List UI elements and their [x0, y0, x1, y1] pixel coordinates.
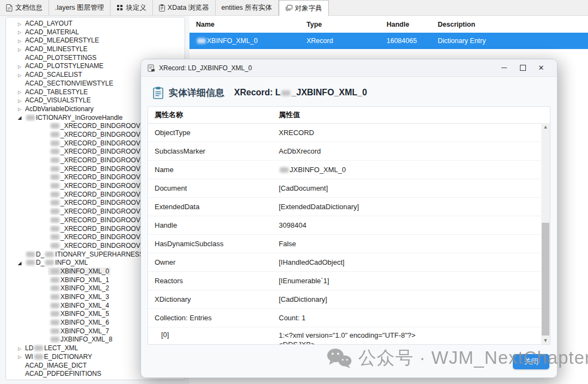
column-header-description[interactable]: Description: [438, 21, 588, 28]
property-name: ObjectType: [148, 129, 279, 137]
tab-layers[interactable]: .layers 图层管理: [49, 0, 111, 15]
expand-arrow-icon[interactable]: ▷: [16, 46, 23, 54]
property-value: [CadDocument]: [279, 184, 550, 192]
redacted-text: [51, 141, 59, 146]
tree-item-label: XBINFO_XML_4: [48, 302, 111, 309]
expand-arrow-icon[interactable]: ▷: [16, 20, 23, 28]
redacted-text: [51, 149, 59, 154]
entity-detail-heading: 实体详细信息 XRecord: L_JXBINFO_XML_0: [153, 83, 546, 102]
expand-arrow-icon[interactable]: ▷: [16, 97, 23, 105]
tree-item-label: XBINFO_XML_0: [48, 267, 111, 275]
entity-table-header: Name Type Handle Description: [189, 16, 588, 33]
tree-item[interactable]: ▷ACAD_MLINESTYLE: [6, 45, 185, 54]
tree-item[interactable]: ▷ACAD_MATERIAL: [6, 28, 185, 37]
property-table: 属性名称 属性值 ObjectTypeXRECORDSubclassMarker…: [148, 106, 550, 345]
tab-object-dictionary[interactable]: 对象字典: [279, 0, 329, 16]
tab-all-entities[interactable]: entities 所有实体: [216, 0, 279, 15]
document-icon: [6, 4, 13, 11]
property-row[interactable]: Reactors[IEnumerable`1]: [148, 272, 550, 290]
minimize-button[interactable]: [495, 62, 513, 75]
expand-arrow-icon[interactable]: ▷: [16, 37, 23, 45]
column-header-property-value: 属性值: [279, 110, 550, 120]
tree-item-label: ACAD_IMAGE_DICT: [23, 362, 88, 369]
expand-arrow-icon[interactable]: ▷: [16, 345, 23, 353]
maximize-button[interactable]: [513, 62, 532, 75]
tree-item-label: _XRECORD_BINDGROOVE_L: [48, 165, 154, 173]
property-row[interactable]: XDictionary[CadDictionary]: [148, 290, 550, 309]
tab-label: 文档信息: [15, 3, 42, 13]
scrollbar-thumb[interactable]: [542, 223, 549, 336]
property-row[interactable]: [0]1:<?xml version="1.0" encoding="UTF-8…: [148, 327, 550, 345]
tree-item[interactable]: ▷ACAD_MLEADERSTYLE: [6, 36, 185, 45]
tree-item-label: AcDbVariableDictionary: [23, 105, 95, 113]
redacted-text: [280, 167, 289, 173]
column-header-handle[interactable]: Handle: [387, 21, 438, 28]
entity-table-row-selected[interactable]: XBINFO_XML_0 XRecord 16084065 Dictionary…: [189, 33, 588, 49]
collapse-arrow-icon[interactable]: ◢: [16, 114, 23, 122]
redacted-text: [51, 234, 59, 240]
tree-item-label: XBINFO_XML_3: [48, 293, 111, 301]
property-value: [CadDictionary]: [279, 295, 550, 303]
close-button[interactable]: 关闭: [513, 354, 549, 369]
property-row[interactable]: HasDynamicSubclassFalse: [148, 235, 550, 253]
redacted-text: [51, 192, 59, 197]
property-row[interactable]: Document[CadDocument]: [148, 179, 550, 198]
property-rows: ObjectTypeXRECORDSubclassMarkerAcDbXreco…: [148, 124, 550, 345]
property-row[interactable]: NameJXBINFO_XML_0: [148, 161, 550, 179]
expand-arrow-icon[interactable]: ▷: [16, 353, 23, 361]
tab-xdata-browser[interactable]: XData 浏览器: [153, 0, 216, 15]
cell-handle: 16084065: [387, 37, 438, 45]
property-row[interactable]: Owner[IHandledCadObject]: [148, 253, 550, 272]
property-row[interactable]: Handle3098404: [148, 216, 550, 235]
dialog-title-bar[interactable]: XRecord: LD_JXBINFO_XML_0 ✕: [141, 59, 557, 77]
expand-arrow-icon[interactable]: ▷: [16, 28, 23, 36]
redacted-text: [51, 183, 59, 188]
column-header-name[interactable]: Name: [189, 21, 307, 28]
detail-heading-label: 实体详细信息: [169, 87, 224, 99]
property-name: [0]: [148, 331, 279, 339]
tree-item-label: LDLECT_XML: [23, 344, 79, 352]
expand-arrow-icon[interactable]: ▷: [16, 71, 23, 80]
collapse-arrow-icon[interactable]: ◢: [16, 259, 23, 267]
expand-arrow-icon[interactable]: ▷: [16, 105, 23, 113]
property-value: [ExtendedDataDictionary]: [279, 203, 550, 211]
redacted-text: [51, 166, 59, 172]
expand-arrow-icon[interactable]: ▷: [16, 63, 23, 71]
property-row[interactable]: ExtendedData[ExtendedDataDictionary]: [148, 198, 550, 216]
scroll-up-icon[interactable]: ▲: [541, 123, 550, 131]
tree-item-label: ACAD_SECTIONVIEWSTYLE: [23, 80, 115, 87]
app-window: 文档信息 .layers 图层管理 块定义 XData 浏览器 entities…: [0, 0, 588, 384]
property-row[interactable]: ObjectTypeXRECORD: [148, 124, 550, 142]
property-value: 3098404: [279, 221, 550, 229]
redacted-text: [51, 132, 59, 137]
close-window-button[interactable]: ✕: [532, 62, 550, 75]
property-row[interactable]: Collection: EntriesCount: 1: [148, 309, 550, 327]
cell-description: Dictionary Entry: [438, 37, 588, 45]
expand-arrow-icon[interactable]: ▷: [16, 88, 23, 96]
tab-block-definitions[interactable]: 块定义: [111, 0, 153, 15]
tab-bar: 文档信息 .layers 图层管理 块定义 XData 浏览器 entities…: [0, 0, 588, 16]
tab-document-info[interactable]: 文档信息: [0, 0, 49, 15]
detail-clipboard-icon: [153, 87, 163, 99]
pages-icon: [285, 5, 292, 11]
property-value: False: [279, 240, 550, 248]
property-row[interactable]: SubclassMarkerAcDbXrecord: [148, 142, 550, 161]
property-name: Owner: [148, 258, 279, 266]
tab-label: entities 所有实体: [222, 3, 272, 13]
xrecord-window-icon: [148, 64, 155, 72]
scroll-down-icon[interactable]: ▼: [541, 337, 550, 344]
detail-entity-name: XRecord: L_JXBINFO_XML_0: [234, 88, 367, 97]
tree-item-label: ACAD_PLOTSETTINGS: [23, 54, 98, 62]
tree-item-label: D_ITIONARY_SUPERHARNESS: [23, 251, 145, 258]
tree-item[interactable]: ▷ACAD_LAYOUT: [6, 20, 185, 28]
redacted-text: [51, 303, 59, 308]
property-name: XDictionary: [148, 295, 279, 303]
redacted-text: [26, 252, 35, 257]
property-value: 1:<?xml version="1.0" encoding="UTF-8"?>…: [279, 331, 550, 345]
tab-label: 块定义: [126, 3, 146, 13]
tab-label: .layers 图层管理: [55, 3, 104, 13]
property-name: HasDynamicSubclass: [148, 240, 279, 248]
property-scrollbar[interactable]: ▲ ▼: [541, 123, 550, 344]
tree-item-label: ACAD_SCALELIST: [23, 71, 84, 78]
column-header-type[interactable]: Type: [307, 21, 387, 28]
